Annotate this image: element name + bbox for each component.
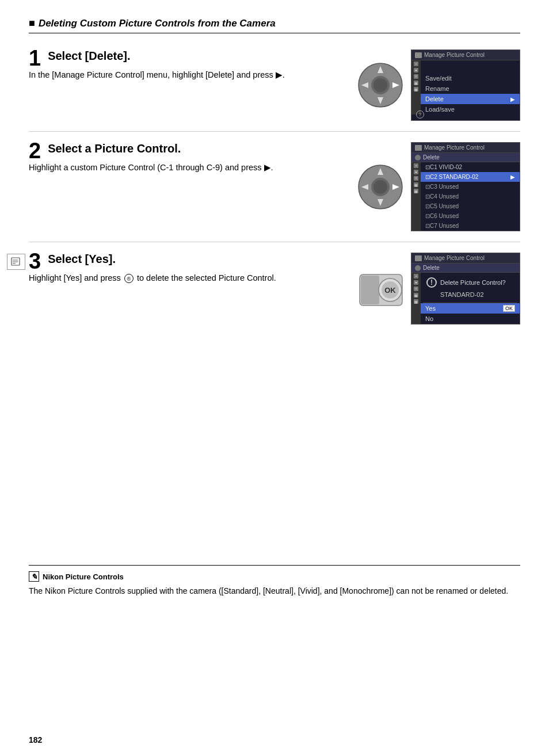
step-2-right: Manage Picture Control Delete ▪ ● Y ▦ ▦ … [357,142,520,231]
screen-sidebar-3: ▪ ● Y ▦ ▦ [411,273,421,324]
svg-point-6 [373,78,387,92]
step-2-left: 2 Select a Picture Control. Highlight a … [29,142,357,231]
screen-subheader-icon-2 [415,155,421,161]
step-3-body-to: to [137,273,144,282]
sidebar-y: Y [414,74,418,79]
screen-cam-icon-3 [415,255,422,261]
step-1-right: Manage Picture Control ▪ ● Y ▦ ▦ Save/ed… [357,49,520,121]
screen-header-2: Manage Picture Control [411,143,520,153]
section-title-text: Deleting Custom Picture Controls from th… [39,18,276,29]
screen-subheader-3: Delete [411,264,520,273]
sidebar3-cam: ▪ [414,274,418,278]
sidebar-cam: ▪ [414,62,418,66]
sidebar-grid2: ▦ [414,87,418,91]
note-pencil-icon: ✎ [29,571,39,582]
screen-item-c3: ⊡C3 Unused [421,182,520,192]
section-title: ■ Deleting Custom Picture Controls from … [29,17,520,33]
step-3-screen: Manage Picture Control Delete ▪ ● Y ▦ ▦ … [411,253,520,324]
step-2-press-symbol: ▶. [264,163,273,172]
step-3-ok-button: OK [358,266,404,312]
screen-item-rename: Rename [421,83,520,94]
screen-item-c6: ⊡C6 Unused [421,211,520,221]
step-1: 1 Select [Delete]. In the [Manage Pictur… [29,39,520,132]
sidebar3-circle: ● [414,280,418,285]
screen-cam-icon-2 [415,145,422,151]
screen-subheader-icon-3 [415,265,421,271]
step-2-number: 2 [29,140,41,162]
screen-item-loadsave: Load/save [421,104,520,114]
screen-cam-icon [415,52,422,58]
note-title: Nikon Picture Controls [43,572,124,581]
section-title-icon: ■ [29,17,35,29]
sidebar2-circle: ● [414,170,418,174]
step-3-left: 3 Select [Yes]. Highlight [Yes] and pres… [29,253,358,324]
step-3-body: Highlight [Yes] and press ® to delete th… [29,272,346,285]
svg-text:OK: OK [384,286,396,295]
screen-item-saveedit: Save/edit [421,73,520,83]
step-1-screen: Manage Picture Control ▪ ● Y ▦ ▦ Save/ed… [411,49,520,121]
screen-item-c1: ⊡C1 VIVID-02 [421,162,520,172]
screen-header-3: Manage Picture Control [411,253,520,264]
step-3-title: Select [Yes]. [29,253,346,266]
dialog-option-yes: Yes OK [421,303,520,314]
screen-item-c2: ⊡C2 STANDARD-02 ▶ [421,172,520,182]
step-2: 2 Select a Picture Control. Highlight a … [29,132,520,242]
warning-icon: ! [426,277,437,288]
step-2-title: Select a Picture Control. [29,142,345,155]
screen-content-1: Save/edit Rename Delete ▶ Load/save [421,60,520,114]
dialog-warning: ! Delete Picture Control? [421,273,520,290]
ok-badge: OK [503,305,515,312]
note-section: ✎ Nikon Picture Controls The Nikon Pictu… [29,565,520,597]
sidebar2-grid2: ▦ [414,189,418,193]
sidebar2-cam: ▪ [414,163,418,168]
screen-subheader-2: Delete [411,153,520,162]
sidebar2-y: Y [414,176,418,181]
page-icon-svg [11,257,21,266]
step-1-number: 1 [29,47,41,69]
screen-item-delete: Delete ▶ [421,94,520,104]
svg-rect-19 [361,276,379,304]
step-2-screen: Manage Picture Control Delete ▪ ● Y ▦ ▦ … [411,142,520,231]
page-icon-wrapper [7,254,25,270]
screen-content-3: ! Delete Picture Control? STANDARD-02 Ye… [421,273,520,324]
ok-button-svg: OK [359,266,403,311]
dialog-option-no: No [421,314,520,324]
step-3: 3 Select [Yes]. Highlight [Yes] and pres… [29,242,520,335]
sidebar3-grid1: ▦ [414,293,418,297]
screen-content-2: ⊡C1 VIVID-02 ⊡C2 STANDARD-02 ▶ ⊡C3 Unuse… [421,162,520,231]
step-1-title: Select [Delete]. [29,49,345,63]
screen-item-c7: ⊡C7 Unused [421,221,520,231]
step-2-body: Highlight a custom Picture Control (C-1 … [29,162,345,174]
note-header: ✎ Nikon Picture Controls [29,571,520,582]
page-number: 182 [29,735,42,744]
step-3-right: OK Manage Picture Control Delete ▪ ● Y ▦… [358,253,520,324]
step-1-dpad [357,62,404,109]
sidebar2-grid1: ▦ [414,182,418,187]
note-body: The Nikon Picture Controls supplied with… [29,585,520,597]
step-3-number: 3 [29,250,41,272]
screen-sidebar-1: ▪ ● Y ▦ ▦ [411,60,421,114]
screen-item-c4: ⊡C4 Unused [421,192,520,201]
step-1-left: 1 Select [Delete]. In the [Manage Pictur… [29,49,357,121]
step-1-body: In the [Manage Picture Control] menu, hi… [29,69,345,82]
step-1-press-symbol: ▶. [276,70,285,79]
sidebar-grid1: ▦ [414,81,418,85]
sidebar-circle: ● [414,68,418,72]
sidebar3-grid2: ▦ [414,299,418,304]
page-icon [7,254,25,270]
step-2-dpad [357,163,404,211]
step-3-ok-symbol: ® [124,274,134,283]
screen-help-icon: ? [416,110,424,119]
sidebar3-y: Y [414,287,418,291]
dialog-name: STANDARD-02 [421,290,520,303]
screen-sidebar-2: ▪ ● Y ▦ ▦ [411,162,421,231]
svg-point-13 [373,180,387,194]
screen-item-c5: ⊡C5 Unused [421,201,520,211]
screen-header-1: Manage Picture Control [411,50,520,60]
